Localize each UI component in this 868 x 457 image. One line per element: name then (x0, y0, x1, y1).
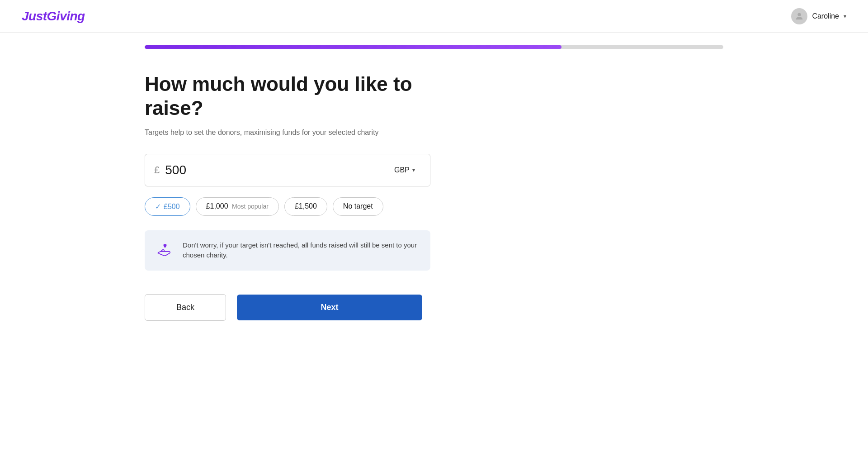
currency-selector[interactable]: GBP ▾ (385, 154, 430, 186)
user-name: Caroline (812, 12, 839, 20)
currency-dropdown-arrow: ▾ (412, 167, 415, 173)
info-text: Don't worry, if your target isn't reache… (183, 240, 420, 261)
user-menu[interactable]: Caroline ▾ (791, 8, 846, 24)
amount-input[interactable] (165, 163, 376, 177)
page-title: How much would you like toraise? (145, 72, 723, 120)
progress-bar-container (0, 33, 868, 49)
heart-hand-icon (156, 241, 175, 260)
progress-fill (145, 45, 561, 49)
popular-badge: Most popular (232, 203, 269, 210)
currency-symbol: £ (154, 164, 160, 176)
currency-code: GBP (394, 166, 410, 174)
progress-track (145, 45, 723, 49)
preset-1000-label: £1,000 (206, 202, 228, 210)
page-subtitle: Targets help to set the donors, maximisi… (145, 129, 723, 137)
back-button[interactable]: Back (145, 294, 226, 321)
preset-buttons: ✓£500 £1,000 Most popular £1,500 No targ… (145, 197, 723, 216)
preset-1500-button[interactable]: £1,500 (284, 197, 327, 216)
preset-1500-label: £1,500 (295, 202, 317, 210)
chevron-down-icon: ▾ (844, 13, 846, 19)
user-avatar (791, 8, 807, 24)
header: JustGiving Caroline ▾ (0, 0, 868, 33)
main-content: How much would you like toraise? Targets… (0, 49, 868, 339)
preset-no-target-label: No target (343, 202, 373, 210)
check-icon: ✓ (155, 203, 161, 210)
svg-point-0 (798, 13, 801, 16)
amount-input-left: £ (145, 154, 385, 186)
preset-1000-button[interactable]: £1,000 Most popular (196, 197, 279, 216)
next-button[interactable]: Next (237, 295, 422, 320)
preset-no-target-button[interactable]: No target (333, 197, 383, 216)
logo: JustGiving (22, 9, 85, 24)
preset-500-button[interactable]: ✓£500 (145, 197, 190, 216)
preset-500-label: £500 (164, 203, 180, 210)
action-buttons: Back Next (145, 294, 723, 339)
amount-input-container: £ GBP ▾ (145, 154, 430, 186)
info-box: Don't worry, if your target isn't reache… (145, 230, 430, 271)
